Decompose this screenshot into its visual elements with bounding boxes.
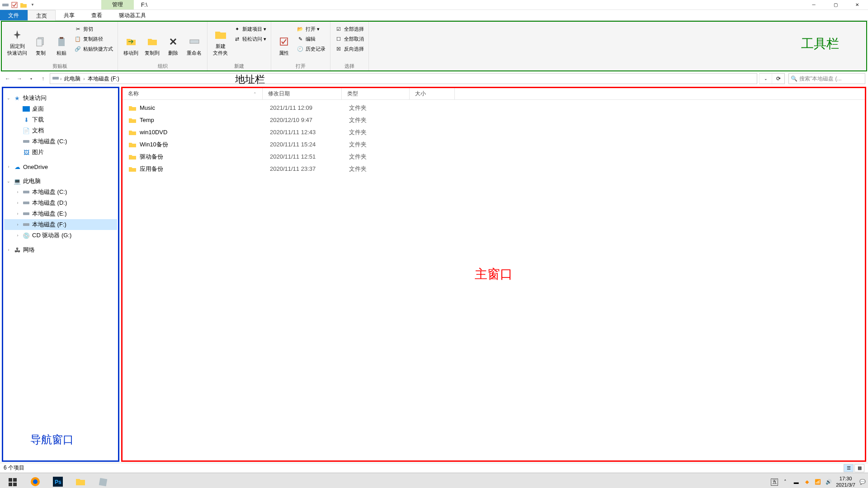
- crumb-drive[interactable]: 本地磁盘 (F:): [86, 75, 121, 83]
- wifi-icon[interactable]: 📶: [814, 479, 821, 486]
- edit-button[interactable]: ✎编辑: [295, 34, 327, 43]
- col-date[interactable]: 修改日期: [263, 88, 342, 99]
- file-row[interactable]: win10DVD2020/11/11 12:43文件夹: [123, 126, 865, 138]
- svg-rect-4: [58, 38, 65, 46]
- file-row[interactable]: Win10备份2020/11/11 15:24文件夹: [123, 138, 865, 150]
- chevron-right-icon[interactable]: ›: [83, 76, 85, 81]
- col-name[interactable]: 名称⌃: [123, 88, 263, 99]
- svg-rect-23: [99, 478, 108, 486]
- search-input[interactable]: 🔍 搜索"本地磁盘 (...: [788, 73, 865, 84]
- notifications-icon[interactable]: 💬: [859, 479, 866, 486]
- manage-tab[interactable]: 管理: [101, 0, 134, 9]
- status-bar: 6 个项目 ☰ ▦: [0, 463, 868, 473]
- titlebar: ▼ 管理 F:\ ─ ▢ ✕: [0, 0, 868, 10]
- properties-icon[interactable]: [11, 1, 18, 9]
- moveto-button[interactable]: 移动到: [121, 23, 141, 57]
- properties-button[interactable]: 属性: [274, 23, 294, 57]
- file-type: 文件夹: [349, 165, 417, 173]
- recent-button[interactable]: ▾: [26, 74, 36, 84]
- clock[interactable]: 17:30 2021/3/7: [836, 476, 855, 488]
- newfolder-button[interactable]: 新建 文件夹: [210, 23, 231, 57]
- newitem-button[interactable]: ✦新建项目 ▾: [231, 24, 268, 33]
- nav-documents[interactable]: 📄文档: [4, 125, 117, 136]
- address-dropdown[interactable]: ⌄: [759, 74, 772, 84]
- task-explorer[interactable]: [70, 474, 91, 488]
- tab-home[interactable]: 主页: [28, 10, 56, 21]
- selectnone-button[interactable]: ☐全部取消: [333, 34, 366, 43]
- nav-onedrive[interactable]: ›☁OneDrive: [4, 161, 117, 172]
- close-button[interactable]: ✕: [846, 0, 868, 10]
- volume-icon[interactable]: 🔊: [825, 479, 832, 486]
- nav-thispc[interactable]: ⌄💻此电脑: [4, 176, 117, 187]
- pin-button[interactable]: 固定到 快速访问: [5, 23, 30, 57]
- file-type: 文件夹: [349, 116, 417, 124]
- maximize-button[interactable]: ▢: [825, 0, 846, 10]
- breadcrumb[interactable]: › 此电脑 › 本地磁盘 (F:): [50, 73, 757, 84]
- tab-share[interactable]: 共享: [56, 10, 83, 20]
- annotation-nav-label: 导航窗口: [30, 432, 74, 447]
- crumb-thispc[interactable]: 此电脑: [62, 75, 82, 83]
- svg-text:Ps: Ps: [55, 479, 61, 485]
- ime-icon[interactable]: 五: [771, 479, 778, 486]
- copypath-button[interactable]: 📋复制路径: [72, 34, 115, 43]
- nav-pictures[interactable]: 🖼图片: [4, 147, 117, 158]
- refresh-button[interactable]: ⟳: [772, 74, 784, 84]
- copyto-button[interactable]: 复制到: [142, 23, 162, 57]
- delete-button[interactable]: 删除: [163, 23, 183, 57]
- start-button[interactable]: [2, 474, 24, 488]
- nav-drive-d[interactable]: ›本地磁盘 (D:): [4, 197, 117, 208]
- paste-button[interactable]: 粘贴: [52, 23, 71, 57]
- task-photoshop[interactable]: Ps: [47, 474, 69, 488]
- file-row[interactable]: Music2021/1/11 12:09文件夹: [123, 102, 865, 114]
- battery-icon[interactable]: ▬: [793, 479, 800, 486]
- file-row[interactable]: 应用备份2020/11/11 23:37文件夹: [123, 163, 865, 175]
- tab-file[interactable]: 文件: [0, 10, 28, 20]
- up-button[interactable]: ↑: [38, 74, 48, 84]
- nav-drive-c2[interactable]: ›本地磁盘 (C:): [4, 187, 117, 197]
- svg-rect-6: [190, 40, 199, 43]
- nav-drive-f[interactable]: ›本地磁盘 (F:): [4, 219, 117, 230]
- forward-button[interactable]: →: [14, 74, 24, 84]
- col-size[interactable]: 大小: [410, 88, 455, 99]
- file-row[interactable]: Temp2020/12/10 9:47文件夹: [123, 114, 865, 126]
- tab-drivetools[interactable]: 驱动器工具: [111, 10, 155, 20]
- col-type[interactable]: 类型: [342, 88, 410, 99]
- file-date: 2020/11/11 15:24: [270, 141, 349, 148]
- dropdown-icon[interactable]: ▼: [29, 1, 36, 9]
- nav-desktop[interactable]: 桌面: [4, 103, 117, 114]
- file-type: 文件夹: [349, 104, 417, 112]
- chevron-right-icon[interactable]: ›: [60, 76, 61, 81]
- nav-network[interactable]: ›🖧网络: [4, 244, 117, 255]
- file-row[interactable]: 驱动备份2020/11/11 12:51文件夹: [123, 150, 865, 163]
- file-date: 2020/11/11 23:37: [270, 165, 349, 172]
- nav-drive-c[interactable]: 本地磁盘 (C:): [4, 136, 117, 147]
- app-tray-icon[interactable]: ◆: [803, 479, 811, 486]
- back-button[interactable]: ←: [3, 74, 13, 84]
- chevron-up-icon[interactable]: ˄: [782, 479, 789, 486]
- task-firefox[interactable]: [24, 474, 46, 488]
- nav-cdrom[interactable]: ›💿CD 驱动器 (G:): [4, 230, 117, 241]
- nav-quickaccess[interactable]: ⌄★快速访问: [4, 93, 117, 103]
- minimize-button[interactable]: ─: [803, 0, 825, 10]
- view-icons-button[interactable]: ▦: [854, 464, 864, 472]
- copy-button[interactable]: 复制: [31, 23, 51, 57]
- drive-icon: [2, 1, 9, 9]
- open-button[interactable]: 📂打开 ▾: [295, 24, 327, 33]
- folder-icon[interactable]: [20, 1, 27, 9]
- invert-button[interactable]: ☒反向选择: [333, 44, 366, 53]
- group-label-open: 打开: [274, 62, 327, 70]
- group-open: 属性 📂打开 ▾ ✎编辑 🕘历史记录 打开: [271, 22, 330, 70]
- group-clipboard: 固定到 快速访问 复制 粘贴 ✂剪切 📋复制路径 🔗粘贴快捷方式 剪贴板: [2, 22, 118, 70]
- history-button[interactable]: 🕘历史记录: [295, 44, 327, 53]
- task-app[interactable]: [92, 474, 114, 488]
- view-details-button[interactable]: ☰: [844, 464, 854, 472]
- cut-button[interactable]: ✂剪切: [72, 24, 115, 33]
- rename-button[interactable]: 重命名: [184, 23, 204, 57]
- nav-downloads[interactable]: ⬇下载: [4, 114, 117, 125]
- folder-icon: [128, 103, 137, 113]
- pasteshortcut-button[interactable]: 🔗粘贴快捷方式: [72, 44, 115, 53]
- nav-drive-e[interactable]: ›本地磁盘 (E:): [4, 208, 117, 219]
- easyaccess-button[interactable]: ⇄轻松访问 ▾: [231, 34, 268, 43]
- tab-view[interactable]: 查看: [83, 10, 111, 20]
- selectall-button[interactable]: ☑全部选择: [333, 24, 366, 33]
